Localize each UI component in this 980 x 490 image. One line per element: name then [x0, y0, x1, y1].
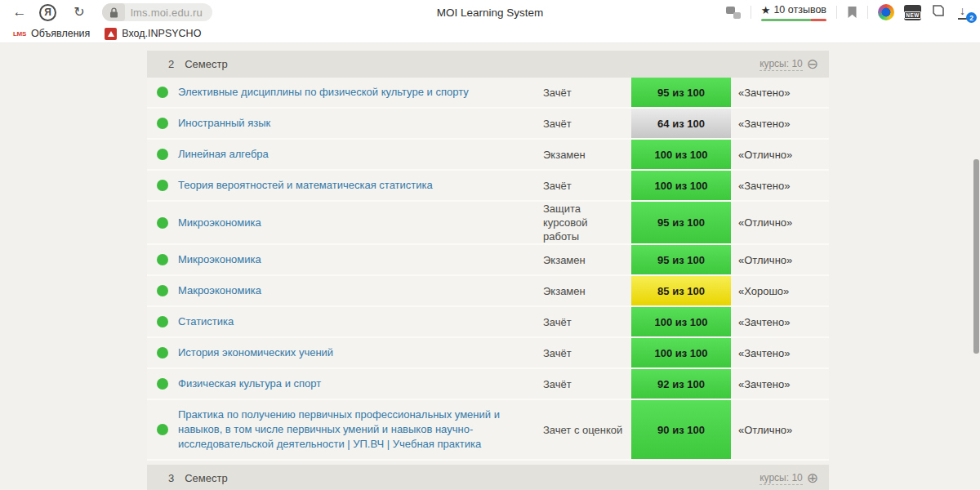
semester-footer: 3 Семестр курсы: 10 ⊕ — [147, 465, 829, 490]
course-link[interactable]: Иностранный язык — [178, 109, 543, 138]
table-row: Теория вероятностей и математическая ста… — [147, 171, 829, 202]
table-row: Иностранный язык Зачёт 64 из 100 «Зачтен… — [147, 109, 829, 140]
address-bar[interactable]: lms.moi.edu.ru — [102, 3, 212, 21]
course-status-dot-icon — [157, 149, 168, 160]
scrollbar-thumb[interactable] — [973, 159, 979, 354]
scrollbar-track[interactable] — [973, 43, 980, 490]
yandex-logo-icon[interactable]: Я — [39, 4, 56, 21]
grade-text: «Отлично» — [731, 424, 829, 436]
star-icon: ★ — [761, 4, 771, 16]
grade-text: «Зачтено» — [731, 87, 829, 99]
score-badge: 95 из 100 — [631, 202, 731, 243]
grade-text: «Зачтено» — [731, 118, 829, 130]
course-link[interactable]: Теория вероятностей и математическая ста… — [178, 171, 543, 200]
back-button[interactable]: ← — [8, 1, 31, 24]
courses-count-link[interactable]: курсы: 10 — [760, 58, 803, 71]
course-status-dot-icon — [157, 217, 168, 229]
lock-icon[interactable] — [102, 3, 125, 21]
score-badge: 100 из 100 — [631, 140, 731, 169]
lms-favicon: LMS — [13, 30, 26, 38]
course-link[interactable]: Физическая культура и спорт — [178, 369, 543, 399]
toolbar-divider — [836, 6, 837, 19]
expand-icon[interactable]: ⊕ — [807, 471, 818, 485]
table-row: Статистика Зачёт 100 из 100 «Зачтено» — [147, 307, 829, 338]
courses-count-link[interactable]: курсы: 10 — [760, 472, 803, 485]
table-row: История экономических учений Зачёт 100 и… — [147, 338, 829, 369]
table-row: Элективные дисциплины по физической куль… — [147, 78, 829, 109]
reviews-button[interactable]: ★ 10 отзывов — [761, 4, 826, 21]
download-button[interactable]: ↓ 2 — [956, 4, 972, 20]
score-badge: 92 из 100 — [631, 369, 731, 399]
semester-number: 3 — [168, 472, 174, 484]
course-status-dot-icon — [157, 378, 168, 390]
page-content: 2 Семестр курсы: 10 ⊖ Элективные дисципл… — [0, 43, 980, 490]
table-row: Микроэкономика Защита курсовой работы 95… — [147, 202, 829, 245]
bookmark-item-announcements[interactable]: LMS Объявления — [8, 28, 95, 39]
table-row: Макроэкономика Экзамен 85 из 100 «Хорошо… — [147, 276, 829, 307]
course-status-dot-icon — [157, 180, 168, 191]
course-link[interactable]: История экономических учений — [178, 338, 543, 368]
assessment-type: Зачёт — [543, 86, 631, 100]
grade-text: «Отлично» — [731, 254, 829, 266]
assessment-type: Зачёт — [543, 346, 631, 360]
score-badge: 95 из 100 — [631, 245, 731, 274]
course-rows: Элективные дисциплины по физической куль… — [147, 78, 829, 461]
score-badge: 100 из 100 — [631, 171, 731, 200]
refresh-button[interactable]: ↻ — [68, 1, 91, 24]
score-badge: 95 из 100 — [631, 78, 731, 107]
new-extension-icon[interactable]: NEW — [904, 5, 921, 20]
course-link[interactable]: Макроэкономика — [178, 276, 543, 305]
bookmark-item-inpsycho[interactable]: Вход.INPSYCHO — [100, 28, 206, 40]
course-link[interactable]: Линейная алгебра — [178, 140, 543, 169]
grade-text: «Зачтено» — [731, 180, 829, 192]
course-status-dot-icon — [157, 316, 168, 327]
assessment-type: Экзамен — [543, 253, 631, 267]
toolbar-divider — [867, 6, 868, 19]
assessment-type: Защита курсовой работы — [543, 202, 631, 243]
course-status-dot-icon — [157, 118, 168, 129]
score-badge: 100 из 100 — [631, 307, 731, 336]
grades-table: 2 Семестр курсы: 10 ⊖ Элективные дисципл… — [147, 51, 829, 490]
assessment-type: Зачёт — [543, 377, 631, 391]
semester-label: Семестр — [185, 58, 227, 70]
chat-icon[interactable] — [726, 6, 741, 19]
semester-header: 2 Семестр курсы: 10 ⊖ — [147, 51, 829, 78]
browser-toolbar: ← Я ↻ lms.moi.edu.ru MOI Learning System… — [0, 0, 980, 24]
assessment-type: Зачет с оценкой — [543, 423, 631, 437]
rating-bar — [761, 19, 826, 21]
course-link[interactable]: Микроэкономика — [178, 208, 543, 238]
grade-text: «Хорошо» — [731, 285, 829, 297]
assessment-type: Зачёт — [543, 117, 631, 131]
url-text: lms.moi.edu.ru — [131, 7, 203, 19]
grade-text: «Зачтено» — [731, 347, 829, 359]
score-badge: 100 из 100 — [631, 338, 731, 368]
pocket-extension-icon[interactable] — [931, 4, 946, 21]
table-row: Линейная алгебра Экзамен 100 из 100 «Отл… — [147, 140, 829, 171]
course-status-dot-icon — [157, 347, 168, 359]
course-status-dot-icon — [157, 424, 168, 435]
course-link[interactable]: Статистика — [178, 307, 543, 336]
assessment-type: Зачёт — [543, 315, 631, 329]
assessment-type: Зачёт — [543, 179, 631, 193]
collapse-icon[interactable]: ⊖ — [807, 57, 818, 71]
course-link[interactable]: Элективные дисциплины по физической куль… — [178, 78, 543, 107]
bookmarks-bar: LMS Объявления Вход.INPSYCHO — [0, 24, 980, 43]
reviews-label: 10 отзывов — [773, 4, 826, 16]
toolbar-divider — [751, 6, 751, 19]
table-row: Микроэкономика Экзамен 95 из 100 «Отличн… — [147, 245, 829, 276]
assessment-type: Экзамен — [543, 148, 631, 162]
semester-number: 2 — [168, 58, 174, 70]
color-wheel-extension-icon[interactable] — [878, 4, 894, 20]
course-status-dot-icon — [157, 87, 168, 98]
score-badge: 64 из 100 — [631, 109, 731, 138]
course-link[interactable]: Практика по получению первичных професси… — [178, 400, 543, 459]
inpsycho-favicon — [105, 28, 117, 40]
grade-text: «Отлично» — [731, 149, 829, 161]
grade-text: «Зачтено» — [731, 316, 829, 328]
course-link[interactable]: Микроэкономика — [178, 245, 543, 274]
grade-text: «Зачтено» — [731, 378, 829, 390]
download-badge: 2 — [966, 12, 977, 23]
score-badge: 85 из 100 — [631, 276, 731, 305]
bookmark-icon[interactable] — [847, 6, 858, 19]
table-row: Физическая культура и спорт Зачёт 92 из … — [147, 369, 829, 400]
